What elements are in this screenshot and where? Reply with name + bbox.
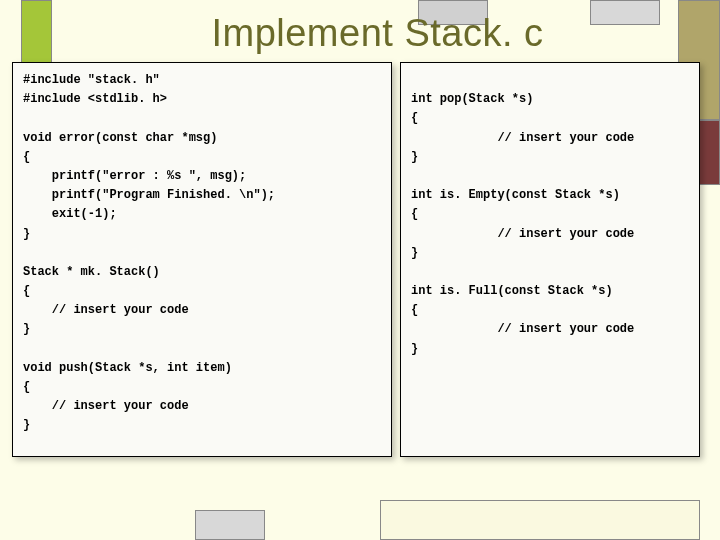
- decor-bottom-gray: [195, 510, 265, 540]
- code-panel-left: #include "stack. h" #include <stdlib. h>…: [12, 62, 392, 457]
- code-left: #include "stack. h" #include <stdlib. h>…: [23, 71, 381, 436]
- code-right: int pop(Stack *s) { // insert your code …: [411, 71, 689, 359]
- code-panel-right: int pop(Stack *s) { // insert your code …: [400, 62, 700, 457]
- decor-bottom-box: [380, 500, 700, 540]
- slide-title: Implement Stack. c: [80, 12, 675, 55]
- decor-green-bar: [21, 0, 52, 64]
